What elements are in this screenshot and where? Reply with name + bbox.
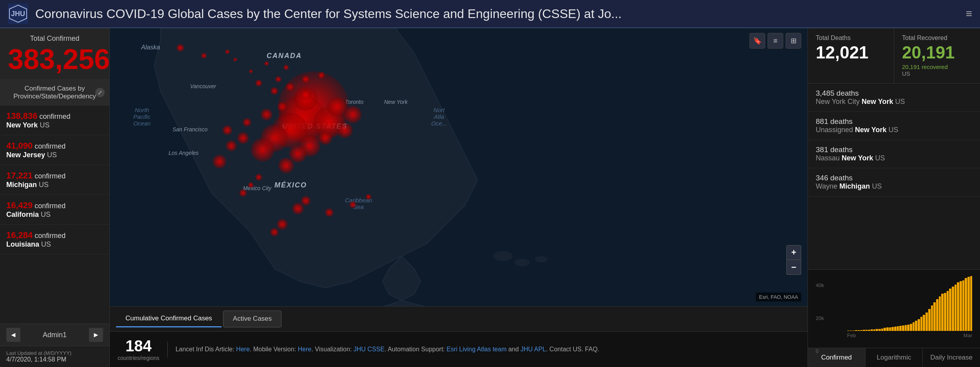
chart-bar: [863, 330, 865, 331]
outbreak-circle: [249, 69, 253, 73]
tab-cumulative-confirmed[interactable]: Cumulative Confirmed Cases: [116, 311, 221, 327]
confirmed-by-header: Confirmed Cases byProvince/State/Depende…: [0, 80, 109, 105]
chart-bar: [889, 327, 891, 331]
left-panel-nav: ◄ Admin1 ►: [0, 323, 109, 346]
tab-active-cases[interactable]: Active Cases: [223, 311, 281, 327]
mobile-link[interactable]: Here: [298, 346, 312, 352]
automation-link[interactable]: Esri Living Atlas team: [446, 346, 506, 352]
confirmed-list-item[interactable]: 17,221 confirmed Michigan US: [0, 165, 109, 195]
confirmed-by-label: Confirmed Cases byProvince/State/Depende…: [13, 85, 96, 100]
confirmed-item-location: California US: [6, 211, 103, 219]
chart-bar: [967, 277, 970, 331]
map-zoom-out-button[interactable]: −: [786, 260, 801, 275]
right-panel: Total Deaths 12,021 Total Recovered 20,1…: [808, 28, 980, 367]
main-layout: Total Confirmed 383,256 Confirmed Cases …: [0, 28, 980, 367]
chart-bar: [902, 325, 904, 331]
outbreak-circle: [223, 125, 232, 135]
chart-bar: [955, 285, 957, 331]
chart-bar: [936, 299, 938, 331]
outbreak-circle: [301, 196, 311, 206]
outbreak-circle: [270, 228, 279, 236]
chart-bar: [878, 329, 881, 331]
death-item-location: Unassigned New York US: [816, 126, 972, 134]
map-area: Alaska CANADA UNITED STATES MÉXICO North…: [110, 28, 808, 367]
confirmed-item-count: 138,836 confirmed: [6, 111, 103, 121]
map-grid-button[interactable]: ⊞: [786, 33, 801, 49]
total-confirmed-number: 383,256: [8, 45, 102, 73]
outbreak-circle: [278, 158, 294, 173]
outbreak-circle: [233, 58, 237, 62]
map-zoom-controls: + −: [786, 245, 801, 275]
article-link[interactable]: Here: [236, 346, 250, 352]
chart-tab-daily-increase[interactable]: Daily Increase: [923, 348, 980, 367]
automation-prefix: . Automation Support:: [385, 346, 446, 352]
chart-bar: [886, 327, 889, 331]
outbreak-circle: [292, 203, 304, 214]
outbreak-circle: [255, 174, 262, 181]
map-tabs: Cumulative Confirmed Cases Active Cases: [110, 306, 808, 331]
confirmed-item-count: 16,429 confirmed: [6, 200, 103, 211]
death-item-location: New York City New York US: [816, 98, 972, 106]
menu-icon[interactable]: ≡: [966, 7, 972, 20]
outbreak-circle: [278, 102, 287, 112]
deaths-list: 3,485 deaths New York City New York US 8…: [808, 84, 980, 269]
chart-bar: [905, 325, 907, 331]
chart-bar: [891, 327, 894, 331]
death-item-location: Wayne Michigan US: [816, 182, 972, 191]
confirmed-item-count: 17,221 confirmed: [6, 171, 103, 181]
chart-bar: [960, 281, 962, 331]
chart-y-40k: 40k: [816, 282, 830, 288]
outbreak-circle: [302, 75, 310, 83]
confirmed-list: 138,836 confirmed New York US 41,090 con…: [0, 105, 109, 323]
outbreak-circle: [225, 49, 230, 54]
chart-bar: [928, 309, 931, 331]
chart-bars-container: [847, 276, 972, 331]
viz-link[interactable]: JHU CSSE: [354, 346, 385, 352]
nav-next-button[interactable]: ►: [89, 328, 103, 342]
chart-bar: [881, 329, 884, 331]
outbreak-circle: [283, 65, 289, 70]
chart-tab-logarithmic[interactable]: Logarithmic: [866, 348, 923, 367]
outbreak-circle: [275, 76, 281, 82]
confirmed-list-item[interactable]: 16,429 confirmed California US: [0, 195, 109, 225]
confirmed-item-count: 41,090 confirmed: [6, 141, 103, 151]
outbreak-circle: [248, 182, 254, 188]
chart-bar: [860, 330, 862, 331]
outbreak-circle: [255, 80, 262, 87]
map-bookmark-button[interactable]: 🔖: [750, 33, 765, 49]
expand-icon[interactable]: ⤢: [95, 88, 105, 97]
recovered-sub: 20,191 recovered: [902, 64, 972, 70]
nav-prev-button[interactable]: ◄: [6, 328, 20, 342]
map-container[interactable]: Alaska CANADA UNITED STATES MÉXICO North…: [110, 28, 808, 306]
confirmed-list-item[interactable]: 16,284 confirmed Louisiana US: [0, 225, 109, 254]
death-item-count: 3,485 deaths: [816, 89, 972, 98]
chart-bar: [931, 305, 933, 331]
chart-bar: [923, 315, 925, 331]
jhu-link[interactable]: JHU APL: [521, 346, 546, 352]
chart-bar: [957, 282, 959, 331]
chart-bar: [949, 289, 951, 331]
recovered-label: Total Recovered: [902, 35, 972, 42]
chart-tabs: Confirmed Logarithmic Daily Increase: [808, 348, 980, 367]
map-background: Alaska CANADA UNITED STATES MÉXICO North…: [110, 28, 808, 306]
chart-bar: [939, 296, 941, 331]
outbreak-circle: [243, 118, 251, 127]
outbreak-circle: [337, 122, 353, 138]
chart-bar: [918, 319, 920, 331]
map-list-button[interactable]: ≡: [768, 33, 783, 49]
jhu-logo: JHU: [8, 4, 28, 24]
death-list-item: 346 deaths Wayne Michigan US: [808, 168, 980, 196]
map-zoom-in-button[interactable]: +: [786, 245, 801, 260]
chart-bar: [944, 293, 946, 331]
outbreak-circle: [318, 72, 325, 79]
chart-bar: [866, 330, 868, 331]
confirmed-list-item[interactable]: 138,836 confirmed New York US: [0, 105, 109, 135]
outbreak-circle: [176, 44, 184, 52]
outbreak-circle: [237, 132, 249, 144]
outbreak-circle: [344, 106, 362, 124]
chart-bar: [933, 302, 936, 331]
confirmed-list-item[interactable]: 41,090 confirmed New Jersey US: [0, 135, 109, 165]
chart-y-labels: 40k 20k 0: [816, 282, 831, 354]
jhu-prefix: and: [506, 346, 521, 352]
chart-bar: [884, 328, 886, 331]
